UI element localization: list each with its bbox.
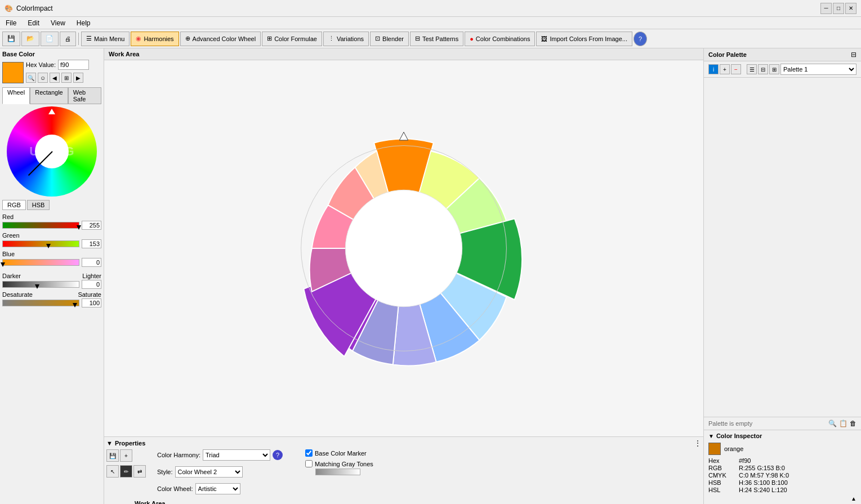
saturate-value[interactable] [82,298,101,307]
swap-tool[interactable]: ⇄ [133,465,146,478]
palette-eyedropper-icon[interactable]: 🔍 [828,420,837,427]
palette-remove-icon[interactable]: − [731,64,741,74]
hex-label: Hex Value: [26,61,56,68]
palette-copy-icon[interactable]: 📋 [839,420,847,427]
saturate-slider[interactable] [2,300,79,306]
tab-rectangle[interactable]: Rectangle [30,87,68,104]
lighter-slider[interactable] [2,281,79,288]
desaturate-label: Desaturate [2,291,33,298]
inspector-expand-icon[interactable]: ▲ [851,496,856,502]
toolbar-export[interactable]: 📄 [41,32,59,46]
titlebar-left: 🎨 ColorImpact [5,5,53,12]
saturate-thumb [73,303,77,307]
inspector-collapse-icon[interactable]: ▼ [708,433,714,439]
palette-grid-icon[interactable]: ⊞ [769,64,779,74]
toolbar-help[interactable]: ? [634,32,647,46]
blue-value[interactable] [82,258,101,267]
add-tool[interactable]: + [120,449,132,462]
palette-empty-area [704,78,861,417]
grid-icon[interactable]: ⊞ [61,73,72,83]
tab-wheel[interactable]: Wheel [2,87,30,104]
minimize-button[interactable]: ─ [820,3,832,14]
sep1 [78,33,79,45]
toolbar-main-menu[interactable]: ☰ Main Menu [81,32,130,46]
props-left-tools: 💾 + ↖ ✏ ⇄ [106,449,146,478]
toolbar-formulae[interactable]: ⊞ Color Formulae [262,32,322,46]
pencil-tool[interactable]: ✏ [120,465,132,478]
green-slider[interactable] [2,240,79,247]
toolbar-blender[interactable]: ⊡ Blender [370,32,409,46]
palette-add-icon[interactable]: + [720,64,730,74]
next-color-icon[interactable]: ▶ [73,73,83,83]
tab-web-safe[interactable]: Web Safe [68,87,101,104]
pointer-tool[interactable]: ↖ [106,465,119,478]
eyedropper-icon[interactable]: 🔍 [26,73,36,83]
wheel-circle[interactable]: UEBUG [7,106,97,197]
hex-input[interactable] [58,60,89,70]
smiley-icon[interactable]: ☺ [38,73,48,83]
toolbar-variations[interactable]: ⋮ Variations [323,32,369,46]
base-color-marker-label[interactable]: Base Color Marker [305,449,373,457]
base-color-marker-checkbox[interactable] [305,449,313,457]
props-options-icon[interactable]: ⋮ [694,439,701,447]
blender-label: Blender [382,35,404,42]
color-wheel-select[interactable]: Artistic [195,483,240,494]
red-thumb [77,225,81,230]
toolbar-harmonies[interactable]: ◉ Harmonies [131,32,179,46]
save-tool[interactable]: 💾 [106,449,119,462]
color-swatch[interactable] [2,62,24,83]
toolbar-advanced[interactable]: ⊕ Advanced Color Wheel [180,32,261,46]
menu-help[interactable]: Help [73,18,94,28]
blue-slider[interactable] [2,259,79,266]
style-select[interactable]: Color Wheel 2 [175,466,243,478]
main-menu-label: Main Menu [94,35,124,42]
lighter-value[interactable] [82,280,101,289]
palette-details-icon[interactable]: ⊟ [758,64,768,74]
palette-list-icon[interactable]: ☰ [747,64,757,74]
rgb-val: R:255 G:153 B:0 [739,465,856,471]
gray-tone-slider[interactable] [315,469,360,475]
inspector-color-name: orange [724,445,743,452]
palette-delete-icon[interactable]: 🗑 [850,420,856,427]
green-value[interactable] [82,239,101,248]
blue-thumb [1,262,5,267]
harmony-select[interactable]: Triad [203,449,270,461]
palette-header-icon[interactable]: ⊟ [851,51,856,59]
menu-file[interactable]: File [2,18,20,28]
menu-edit[interactable]: Edit [24,18,43,28]
work-area: Work Area [104,48,703,504]
maximize-button[interactable]: □ [833,3,844,14]
base-color-label: Base Color [2,51,101,57]
red-slider[interactable] [2,222,79,229]
mode-tab-hsb[interactable]: HSB [27,200,50,210]
palette-info-icon[interactable]: i [708,64,719,74]
toolbar-save[interactable]: 💾 [2,32,20,46]
toolbar-combinations[interactable]: ● Color Combinations [465,32,535,46]
mode-tab-rgb[interactable]: RGB [2,200,26,210]
menu-view[interactable]: View [47,18,69,28]
style-label: Style: [157,469,173,475]
harmony-help-button[interactable]: ? [273,450,283,460]
inspector-color-row: orange [708,443,856,455]
toolbar-import[interactable]: 🖼 Import Colors From Image... [536,32,632,46]
close-button[interactable]: ✕ [845,3,856,14]
matching-gray-checkbox[interactable] [305,460,313,467]
palette-select[interactable]: Palette 1 [780,64,856,75]
color-wheel-row: Color Wheel: Artistic [157,483,283,494]
inspector-header: ▼ Color Inspector [708,432,856,439]
prev-color-icon[interactable]: ◀ [50,73,60,83]
mini-color-wheel[interactable]: UEBUG [7,106,97,197]
toolbar-open[interactable]: 📂 [21,32,39,46]
green-thumb [46,244,51,248]
main-menu-icon: ☰ [86,35,92,42]
collapse-icon[interactable]: ▼ [106,440,113,447]
color-mode-tabs: Wheel Rectangle Web Safe [2,87,101,104]
matching-gray-label[interactable]: Matching Gray Tones [305,460,373,467]
red-value[interactable] [82,221,101,230]
inspector-expand: ▲ [708,496,856,502]
canvas-area[interactable] [104,60,703,436]
toolbar-print[interactable]: 🖨 [60,32,76,46]
toolbar-test-patterns[interactable]: ⊟ Test Patterns [410,32,463,46]
color-wheel-svg[interactable] [269,113,539,383]
hsl-key: HSL [708,487,737,493]
